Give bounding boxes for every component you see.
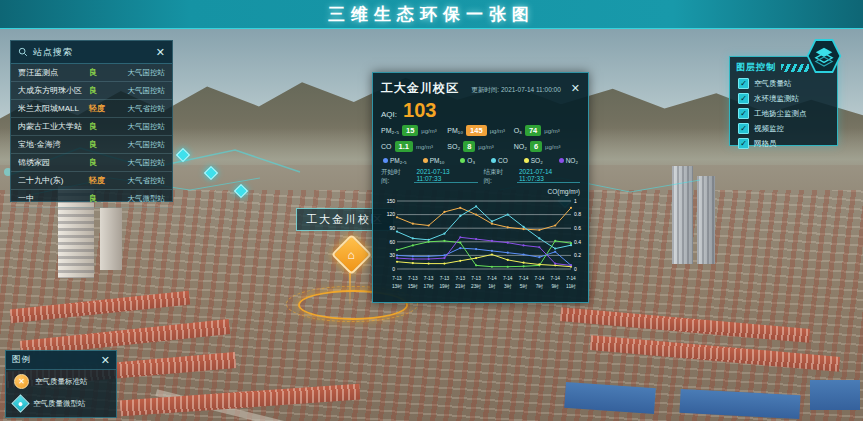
legend-dot-icon bbox=[524, 158, 529, 163]
svg-text:23时: 23时 bbox=[471, 284, 481, 289]
station-type: 大气国控站 bbox=[113, 158, 165, 168]
layer-item[interactable]: ✓工地扬尘监测点 bbox=[730, 106, 837, 121]
station-name: 米兰太阳城MALL bbox=[18, 103, 89, 114]
station-row[interactable]: 贾汪监测点良大气国控站 bbox=[11, 64, 172, 82]
svg-text:120: 120 bbox=[387, 211, 396, 217]
pollutant-cell: SO₂8µg/m³ bbox=[447, 141, 513, 152]
legend-title: 图例 bbox=[12, 354, 101, 366]
station-status: 良 bbox=[89, 85, 113, 96]
legend-item-label: 空气质量标准站 bbox=[35, 377, 88, 387]
pollutant-trend-chart: 030609012015000.20.40.60.817-1313时7-1315… bbox=[381, 195, 580, 299]
legend-dot-icon bbox=[383, 158, 388, 163]
pollutant-unit: µg/m³ bbox=[478, 144, 493, 150]
time-range-row: 开始时间: 2021-07-13 11:07:33 结束时间: 2021-07-… bbox=[381, 168, 580, 186]
checkbox-checked-icon[interactable]: ✓ bbox=[738, 93, 749, 104]
svg-text:7-14: 7-14 bbox=[550, 276, 560, 281]
svg-text:7-14: 7-14 bbox=[487, 276, 497, 281]
layer-item-label: 网格员 bbox=[754, 139, 777, 149]
svg-text:1: 1 bbox=[574, 198, 577, 204]
decor-stripes bbox=[781, 64, 809, 72]
svg-text:7-13: 7-13 bbox=[424, 276, 434, 281]
pollutant-value-badge: 6 bbox=[530, 141, 542, 152]
legend-item: ✕空气质量标准站 bbox=[6, 370, 116, 393]
chart-legend-item[interactable]: NO₂ bbox=[559, 157, 578, 164]
pollutant-name: O₃ bbox=[514, 127, 522, 134]
station-row[interactable]: 锦绣家园良大气国控站 bbox=[11, 154, 172, 172]
svg-text:7-13: 7-13 bbox=[408, 276, 418, 281]
station-row[interactable]: 米兰太阳城MALL轻度大气省控站 bbox=[11, 100, 172, 118]
station-row[interactable]: 宝地·金海湾良大气国控站 bbox=[11, 136, 172, 154]
station-row[interactable]: 内蒙古工业大学站良大气国控站 bbox=[11, 118, 172, 136]
popup-title-row: 工大金川校区 更新时间: 2021-07-14 11:00:00 ✕ bbox=[381, 80, 580, 97]
station-list-panel: 站点搜索 ✕ 贾汪监测点良大气国控站大成东方明珠小区良大气国控站米兰太阳城MAL… bbox=[10, 40, 173, 202]
svg-text:0: 0 bbox=[392, 266, 395, 272]
pollutant-unit: mg/m³ bbox=[416, 144, 433, 150]
svg-text:7-13: 7-13 bbox=[392, 276, 402, 281]
pollutant-unit: µg/m³ bbox=[421, 128, 436, 134]
station-glyph-icon: ⌂ bbox=[348, 249, 355, 261]
layer-item[interactable]: ✓水环境监测站 bbox=[730, 91, 837, 106]
close-icon[interactable]: ✕ bbox=[156, 47, 165, 58]
pollutant-name: PM₂.₅ bbox=[381, 127, 399, 134]
chart-legend-label: PM₁₀ bbox=[430, 157, 445, 164]
legend-list: ✕空气质量标准站空气质量微型站 bbox=[6, 370, 116, 414]
pollutant-grid: PM₂.₅15µg/m³PM₁₀145µg/m³O₃74µg/m³CO1.1mg… bbox=[381, 125, 580, 152]
popup-station-title: 工大金川校区 bbox=[381, 80, 459, 97]
pollutant-unit: µg/m³ bbox=[544, 128, 559, 134]
end-time-input[interactable]: 2021-07-14 11:07:33 bbox=[517, 168, 580, 183]
chart-legend-item[interactable]: PM₂.₅ bbox=[383, 157, 407, 164]
checkbox-checked-icon[interactable]: ✓ bbox=[738, 138, 749, 149]
station-row[interactable]: 一中良大气微型站 bbox=[11, 190, 172, 208]
pollutant-cell: CO1.1mg/m³ bbox=[381, 141, 447, 152]
map-legend-panel: 图例 ✕ ✕空气质量标准站空气质量微型站 bbox=[5, 350, 117, 418]
close-icon[interactable]: ✕ bbox=[571, 82, 580, 95]
station-type: 大气国控站 bbox=[113, 140, 165, 150]
chart-legend-item[interactable]: CO bbox=[491, 157, 508, 164]
layer-item-label: 工地扬尘监测点 bbox=[754, 109, 807, 119]
chart-legend-label: NO₂ bbox=[566, 157, 578, 164]
chart-legend-item[interactable]: SO₂ bbox=[524, 157, 543, 164]
layer-item[interactable]: ✓网格员 bbox=[730, 136, 837, 151]
layer-panel-title: 图层控制 bbox=[736, 61, 776, 74]
svg-text:5时: 5时 bbox=[520, 284, 528, 289]
station-name: 二十九中(东) bbox=[18, 175, 89, 186]
station-row[interactable]: 大成东方明珠小区良大气国控站 bbox=[11, 82, 172, 100]
chart-legend-label: O₃ bbox=[467, 157, 475, 164]
layer-item[interactable]: ✓视频监控 bbox=[730, 121, 837, 136]
update-time: 更新时间: 2021-07-14 11:00:00 bbox=[465, 86, 561, 95]
checkbox-checked-icon[interactable]: ✓ bbox=[738, 123, 749, 134]
chart-legend-item[interactable]: O₃ bbox=[460, 157, 475, 164]
svg-text:17时: 17时 bbox=[424, 284, 434, 289]
checkbox-checked-icon[interactable]: ✓ bbox=[738, 108, 749, 119]
layer-item-label: 视频监控 bbox=[754, 124, 784, 134]
pollutant-value-badge: 145 bbox=[466, 125, 487, 136]
station-status: 良 bbox=[89, 193, 113, 204]
station-type: 大气微型站 bbox=[113, 194, 165, 204]
standard-station-icon: ✕ bbox=[14, 374, 29, 389]
station-status: 良 bbox=[89, 67, 113, 78]
start-time-input[interactable]: 2021-07-13 11:07:33 bbox=[414, 168, 477, 183]
right-axis-note: CO(mg/m³) bbox=[381, 188, 580, 195]
tower-building bbox=[672, 166, 693, 264]
svg-text:0.8: 0.8 bbox=[574, 211, 581, 217]
layer-item[interactable]: ✓空气质量站 bbox=[730, 76, 837, 91]
blue-roof-warehouse bbox=[810, 380, 860, 410]
legend-dot-icon bbox=[559, 158, 564, 163]
white-building bbox=[100, 208, 122, 270]
close-icon[interactable]: ✕ bbox=[101, 355, 110, 366]
svg-text:30: 30 bbox=[389, 252, 395, 258]
station-row[interactable]: 二十九中(东)轻度大气省控站 bbox=[11, 172, 172, 190]
chart-legend: PM₂.₅PM₁₀O₃COSO₂NO₂ bbox=[381, 157, 580, 164]
svg-text:15时: 15时 bbox=[408, 284, 418, 289]
pollutant-value-badge: 15 bbox=[402, 125, 418, 136]
station-status: 轻度 bbox=[89, 175, 113, 186]
station-type: 大气国控站 bbox=[113, 122, 165, 132]
layer-item-label: 空气质量站 bbox=[754, 79, 792, 89]
checkbox-checked-icon[interactable]: ✓ bbox=[738, 78, 749, 89]
station-list: 贾汪监测点良大气国控站大成东方明珠小区良大气国控站米兰太阳城MALL轻度大气省控… bbox=[11, 64, 172, 208]
station-status: 良 bbox=[89, 157, 113, 168]
chart-legend-item[interactable]: PM₁₀ bbox=[423, 157, 445, 164]
svg-text:7-13: 7-13 bbox=[471, 276, 481, 281]
layer-item-label: 水环境监测站 bbox=[754, 94, 799, 104]
station-type: 大气省控站 bbox=[113, 104, 165, 114]
